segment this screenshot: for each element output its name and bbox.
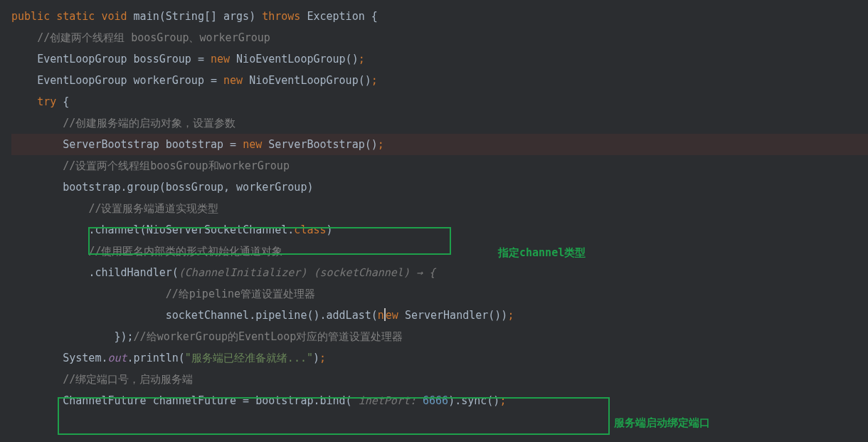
- code-line: EventLoopGroup bossGroup = new NioEventL…: [11, 48, 868, 70]
- method-call: bootstrap.bind(: [255, 394, 359, 407]
- method-call: .group(bossGroup, workerGroup): [121, 181, 314, 194]
- type: EventLoopGroup: [37, 53, 127, 65]
- comment: //创建两个线程组 boosGroup、workerGroup: [37, 31, 270, 44]
- variable: workerGroup: [134, 74, 204, 87]
- keyword-class: class: [294, 223, 326, 236]
- brace: {: [365, 10, 378, 23]
- out-field: out: [107, 352, 127, 364]
- semicolon: ;: [359, 53, 365, 65]
- semicolon: ;: [507, 309, 514, 322]
- number-literal: 6666: [423, 394, 448, 407]
- comment: //设置两个线程组boosGroup和workerGroup: [63, 159, 290, 172]
- keyword-throws: throws: [262, 10, 300, 23]
- code-line: //创建两个线程组 boosGroup、workerGroup: [11, 27, 868, 48]
- code-line: });//给workerGroup的EventLoop对应的管道设置处理器: [11, 326, 868, 347]
- code-line: .childHandler((ChannelInitializer) (sock…: [11, 262, 868, 283]
- keyword-new: new: [243, 138, 262, 151]
- params: (String[] args): [159, 10, 255, 23]
- system: System.: [63, 352, 107, 364]
- variable: channelFuture: [153, 394, 236, 407]
- param-hint: inetPort:: [359, 394, 423, 407]
- code-line: ChannelFuture channelFuture = bootstrap.…: [11, 390, 868, 411]
- code-line: //使用匿名内部类的形式初始化通道对象: [11, 241, 868, 262]
- semicolon: ;: [499, 394, 506, 407]
- semicolon: ;: [371, 74, 378, 87]
- type: EventLoopGroup: [37, 74, 127, 87]
- code-line: socketChannel.pipeline().addLast(new Ser…: [11, 305, 868, 326]
- eq: =: [223, 138, 243, 151]
- code-line: //绑定端口号，启动服务端: [11, 369, 868, 390]
- code-line: //设置两个线程组boosGroup和workerGroup: [11, 155, 868, 177]
- code-line: //创建服务端的启动对象，设置参数: [11, 112, 868, 134]
- comment: //使用匿名内部类的形式初始化通道对象: [88, 245, 282, 258]
- ctor: NioEventLoopGroup(): [236, 53, 359, 65]
- string-literal: "服务端已经准备就绪...": [185, 352, 313, 364]
- annotation-label-channel: 指定channel类型: [498, 242, 586, 263]
- keyword-static: static: [56, 10, 95, 23]
- keyword-try: try: [37, 95, 56, 108]
- comment: //设置服务端通道实现类型: [88, 202, 218, 215]
- variable: bootstrap: [166, 138, 223, 151]
- method-call: .childHandler(: [88, 266, 178, 279]
- variable: bossGroup: [134, 53, 191, 65]
- eq: =: [204, 74, 223, 87]
- paren: ): [327, 223, 333, 236]
- ctor: ServerHandler()): [398, 309, 508, 322]
- comment: //绑定端口号，启动服务端: [63, 373, 193, 386]
- code-editor[interactable]: public static void main(String[] args) t…: [0, 0, 868, 411]
- method-call: .channel(NioServerSocketChannel.: [88, 223, 294, 236]
- code-line: bootstrap.group(bossGroup, workerGroup): [11, 177, 868, 198]
- annotation-label-bind: 服务端启动绑定端口: [614, 412, 710, 433]
- keyword-new: new: [223, 74, 243, 87]
- cursor-icon: [384, 308, 386, 321]
- comment: //给workerGroup的EventLoop对应的管道设置处理器: [134, 330, 403, 343]
- keyword-new: new: [378, 309, 398, 322]
- semicolon: ;: [378, 138, 384, 151]
- eq: =: [191, 53, 211, 65]
- keyword-new: new: [211, 53, 230, 65]
- code-line: //给pipeline管道设置处理器: [11, 283, 868, 305]
- ctor: ServerBootstrap(): [268, 138, 378, 151]
- comment: //给pipeline管道设置处理器: [166, 288, 315, 300]
- object: bootstrap: [63, 181, 120, 194]
- semicolon: ;: [319, 352, 326, 364]
- type: ServerBootstrap: [63, 138, 159, 151]
- method-call: socketChannel.pipeline().addLast(: [166, 309, 378, 322]
- close-brace: });: [115, 330, 134, 343]
- println-call: .println(: [127, 352, 185, 364]
- lambda-cast: (ChannelInitializer) (socketChannel) → {: [179, 266, 435, 279]
- type: ChannelFuture: [63, 394, 146, 407]
- code-line: System.out.println("服务端已经准备就绪...");: [11, 347, 868, 369]
- exception-type: Exception: [307, 10, 364, 23]
- code-line: .channel(NioServerSocketChannel.class): [11, 219, 868, 241]
- paren: ): [313, 352, 319, 364]
- brace: {: [56, 95, 69, 108]
- method-name: main: [134, 10, 159, 23]
- eq: =: [236, 394, 255, 407]
- code-line: EventLoopGroup workerGroup = new NioEven…: [11, 70, 868, 91]
- code-line: public static void main(String[] args) t…: [11, 6, 868, 27]
- keyword-void: void: [101, 10, 127, 23]
- code-line-highlighted: ServerBootstrap bootstrap = new ServerBo…: [11, 134, 868, 155]
- keyword-public: public: [11, 10, 50, 23]
- code-line: try {: [11, 91, 868, 112]
- method-chain: ).sync(): [448, 394, 499, 407]
- comment: //创建服务端的启动对象，设置参数: [63, 117, 235, 130]
- code-line: //设置服务端通道实现类型: [11, 198, 868, 219]
- ctor: NioEventLoopGroup(): [249, 74, 371, 87]
